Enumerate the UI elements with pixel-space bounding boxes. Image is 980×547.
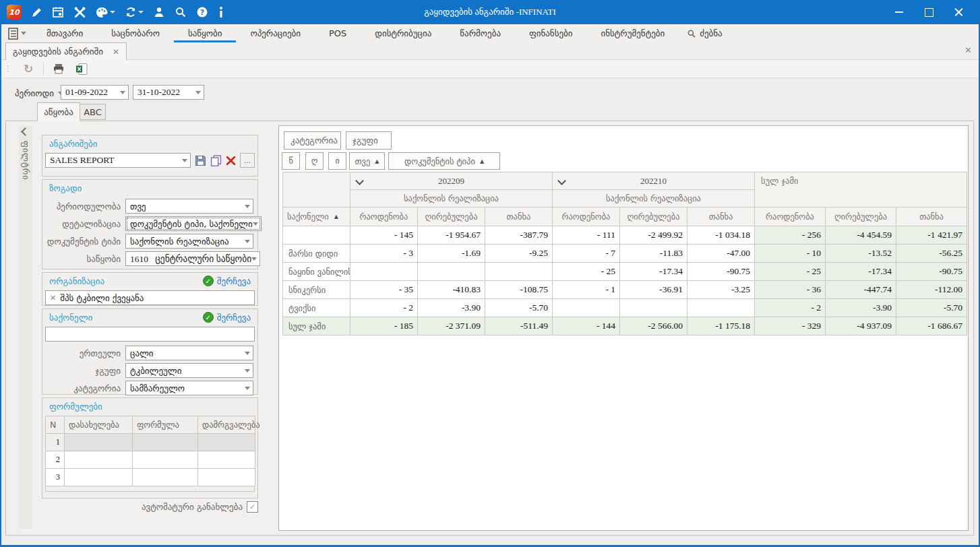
close-icon[interactable] bbox=[964, 45, 972, 55]
section-goods: საქონელი შერჩევა ერთეული ცალი ჯგუფი ტკბი… bbox=[42, 309, 258, 395]
menu-item-distribution[interactable]: დისტრიბუცია bbox=[361, 24, 446, 42]
measure-header[interactable]: ღირებულება bbox=[418, 207, 485, 226]
measure-header[interactable]: რაოდენობა bbox=[350, 207, 418, 226]
column-group-202209[interactable]: 202209 bbox=[350, 172, 553, 190]
report-select[interactable]: SALES REPORT bbox=[45, 153, 191, 168]
calendar-icon[interactable] bbox=[52, 6, 64, 18]
check-circle-icon bbox=[203, 312, 214, 323]
menu-item-operations[interactable]: ოპერაციები bbox=[236, 24, 315, 42]
measure-header[interactable]: თანხა bbox=[896, 207, 967, 226]
organization-value-field[interactable]: შპს ტკბილი ქვეყანა bbox=[45, 290, 255, 305]
menu-item-finance[interactable]: ფინანსები bbox=[515, 24, 587, 42]
search-icon[interactable] bbox=[175, 6, 187, 18]
chevron-down-icon bbox=[120, 91, 125, 94]
organization-select-link[interactable]: შერჩევა bbox=[203, 276, 251, 286]
help-icon[interactable]: ? bbox=[196, 6, 208, 18]
doctype-select[interactable]: საქონლის რეალიზაცია bbox=[125, 234, 253, 249]
auto-refresh-label: ავტომატური განახლება bbox=[142, 502, 243, 512]
pivot-field-doctype[interactable]: დოკუმენტის ტიპი▲ bbox=[388, 152, 500, 170]
measure-header[interactable]: რაოდენობა bbox=[553, 207, 620, 226]
titlebar: 10 ? გაყიდვების ანგარიში -INFINATI bbox=[0, 0, 980, 24]
window-title: გაყიდვების ანგარიში -INFINATI bbox=[0, 7, 980, 18]
menu-item-instruments[interactable]: ინსტრუმენტები bbox=[586, 24, 679, 42]
section-formulas: ფორმულები N დასახელება ფორმულა დამრგვალე… bbox=[42, 397, 258, 498]
toolbar-grip[interactable] bbox=[4, 65, 12, 73]
menu-item-references[interactable]: საცნობარო bbox=[97, 24, 174, 42]
refresh-button[interactable] bbox=[20, 61, 36, 77]
print-button[interactable] bbox=[51, 61, 67, 77]
pivot-row-field[interactable]: საქონელი▲ bbox=[283, 207, 350, 226]
remove-icon[interactable] bbox=[50, 294, 56, 302]
chevron-down-icon bbox=[245, 369, 250, 373]
section-title: ზოგადი bbox=[49, 183, 82, 193]
auto-refresh-checkbox[interactable] bbox=[247, 501, 258, 513]
maximize-button[interactable] bbox=[914, 0, 944, 24]
tab-setup[interactable]: აწყობა bbox=[37, 102, 80, 121]
periodicity-select[interactable]: თვე bbox=[125, 199, 253, 214]
edit-icon[interactable] bbox=[31, 7, 42, 18]
minimize-button[interactable] bbox=[884, 0, 914, 24]
field-label: დეტალიზაცია bbox=[42, 219, 125, 229]
column-group-202210[interactable]: 202210 bbox=[553, 172, 755, 190]
tools-icon[interactable] bbox=[73, 6, 86, 19]
menu-item-production[interactable]: წარმოება bbox=[446, 24, 515, 42]
category-select[interactable]: სამზარეულო bbox=[125, 381, 253, 395]
menu-item-main[interactable]: მთავარი bbox=[32, 24, 97, 42]
more-button[interactable]: ... bbox=[240, 153, 255, 168]
sync-icon[interactable] bbox=[125, 6, 144, 18]
user-icon[interactable] bbox=[153, 6, 165, 18]
separator bbox=[43, 63, 44, 75]
measure-header[interactable]: რაოდენობა bbox=[755, 207, 826, 226]
measure-header[interactable]: თანხა bbox=[687, 207, 755, 226]
field-label: კატეგორია bbox=[42, 383, 125, 393]
app-logo[interactable]: 10 bbox=[7, 5, 22, 20]
collapse-chevron-icon[interactable] bbox=[557, 176, 566, 185]
table-row[interactable]: 1 bbox=[46, 434, 255, 451]
svg-text:?: ? bbox=[200, 8, 204, 17]
measure-header[interactable]: ღირებულება bbox=[620, 207, 687, 226]
tab-sales-report[interactable]: გაყიდვების ანგარიში bbox=[5, 42, 127, 60]
close-button[interactable] bbox=[944, 0, 973, 24]
pivot-field-mini-2[interactable]: ღ bbox=[305, 152, 324, 170]
tab-abc[interactable]: ABC bbox=[80, 104, 106, 120]
warehouse-select[interactable]: 1610 ცენტრალური საწყობი bbox=[125, 251, 260, 266]
menu-item-warehouse[interactable]: საწყობი bbox=[174, 24, 237, 42]
palette-icon[interactable] bbox=[96, 7, 115, 18]
goods-select-link[interactable]: შერჩევა bbox=[203, 312, 251, 323]
save-icon[interactable] bbox=[195, 155, 206, 166]
period-to-input[interactable]: 31-10-2022 bbox=[133, 85, 204, 100]
horizontal-scrollbar[interactable] bbox=[45, 486, 255, 492]
group-select[interactable]: ტკბილეული bbox=[125, 363, 253, 378]
excel-export-button[interactable] bbox=[73, 61, 90, 77]
collapse-chevron-icon[interactable] bbox=[355, 176, 364, 185]
copy-icon[interactable] bbox=[210, 155, 222, 166]
pivot-field-mini-3[interactable]: ი bbox=[328, 152, 346, 170]
pivot-field-mini-1[interactable]: წ bbox=[282, 152, 300, 170]
period-from-input[interactable]: 01-09-2022 bbox=[61, 85, 129, 100]
chevron-down-icon bbox=[245, 205, 250, 208]
goods-value-field[interactable] bbox=[45, 327, 255, 342]
table-row[interactable]: 3 bbox=[46, 469, 255, 486]
main-menu-button[interactable] bbox=[1, 24, 32, 42]
chevron-left-icon[interactable] bbox=[21, 127, 30, 136]
delete-icon[interactable] bbox=[226, 156, 236, 166]
info-icon[interactable] bbox=[218, 6, 224, 18]
unit-select[interactable]: ცალი bbox=[125, 346, 253, 360]
section-title: ანგარიშები bbox=[49, 139, 97, 149]
field-label: ერთეული bbox=[42, 348, 125, 358]
period-field-button[interactable]: პერიოდი bbox=[15, 86, 63, 100]
menu-search[interactable]: ძებნა bbox=[679, 24, 731, 42]
measure-header[interactable]: თანხა bbox=[485, 207, 553, 226]
close-tab-icon[interactable] bbox=[113, 48, 119, 56]
document-tab-strip: გაყიდვების ანგარიში bbox=[1, 42, 979, 59]
menu-item-pos[interactable]: POS bbox=[315, 24, 361, 42]
filter-collapse-strip[interactable]: ფილტრი bbox=[19, 126, 32, 529]
sort-asc-icon: ▲ bbox=[334, 214, 338, 220]
filter-chip-group[interactable]: ჯგუფი bbox=[346, 131, 392, 150]
filter-chip-category[interactable]: კატეგორია bbox=[284, 131, 341, 150]
pivot-field-month[interactable]: თვე▲ bbox=[349, 152, 385, 170]
table-row[interactable]: 2 bbox=[46, 451, 255, 469]
detail-select[interactable]: დოკუმენტის ტიპი, საქონელი bbox=[125, 216, 262, 231]
print-icon bbox=[53, 63, 65, 75]
measure-header[interactable]: ღირებულება bbox=[826, 207, 896, 226]
